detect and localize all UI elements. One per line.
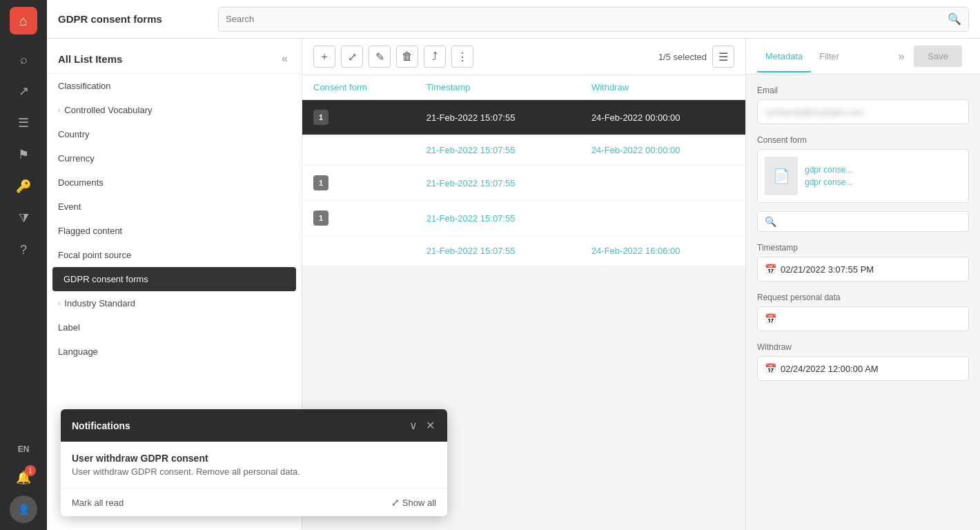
sidebar-item-country[interactable]: Country <box>47 122 302 146</box>
notifications-bell[interactable]: 🔔 1 <box>10 464 37 491</box>
col-timestamp: Timestamp <box>415 75 580 100</box>
search-input[interactable] <box>226 14 948 24</box>
tab-filter[interactable]: Filter <box>811 41 847 72</box>
cell-timestamp: 21-Feb-2022 15:07:55 <box>415 135 580 166</box>
route-nav-icon[interactable]: ⚑ <box>10 141 37 168</box>
expand-panel-icon[interactable]: » <box>895 48 907 66</box>
email-field-group: Email someone@example.com <box>757 86 969 124</box>
timestamp-input[interactable]: 📅 02/21/2022 3:07:55 PM <box>757 257 969 282</box>
sidebar-item-industry-standard[interactable]: › Industry Standard <box>47 291 302 315</box>
sidebar-label-flagged-content: Flagged content <box>58 226 122 236</box>
withdraw-input[interactable]: 📅 02/24/2022 12:00:00 AM <box>757 356 969 381</box>
sidebar-item-label[interactable]: Label <box>47 315 302 340</box>
cell-timestamp: 21-Feb-2022 15:07:55 <box>415 236 580 266</box>
metadata-tabs: Metadata Filter » Save <box>746 39 980 75</box>
list-options-button[interactable]: ☰ <box>712 46 734 68</box>
sidebar-item-gdpr-consent-forms[interactable]: GDPR consent forms <box>52 267 296 291</box>
sidebar-label-focal-point-source: Focal point source <box>58 250 131 260</box>
cell-timestamp: 21-Feb-2022 15:07:55 <box>415 166 580 201</box>
notification-footer: Mark all read ⤢ Show all <box>61 489 447 516</box>
search-nav-icon[interactable]: ⌕ <box>10 46 37 73</box>
calendar-icon-3: 📅 <box>765 363 776 374</box>
badge: 1 <box>313 110 329 125</box>
sidebar-item-currency[interactable]: Currency <box>47 146 302 170</box>
consent-doc-labels: gdpr conse... gdpr conse... <box>805 165 852 187</box>
table-row[interactable]: 1 21-Feb-2022 15:07:55 <box>302 166 745 201</box>
more-options-button[interactable]: ⋮ <box>451 46 473 68</box>
cell-withdraw: 24-Feb-2022 16:06:00 <box>580 236 745 266</box>
cell-withdraw <box>580 201 745 236</box>
sidebar-label-country: Country <box>58 129 90 139</box>
user-avatar[interactable]: 👤 <box>10 495 37 523</box>
edit-button[interactable]: ✎ <box>369 46 391 68</box>
metadata-content: Email someone@example.com Consent form 📄… <box>746 75 980 530</box>
withdraw-field-group: Withdraw 📅 02/24/2022 12:00:00 AM <box>757 342 969 381</box>
selected-count: 1/5 selected <box>658 52 707 62</box>
delete-button[interactable]: 🗑 <box>396 46 418 68</box>
email-label: Email <box>757 86 969 95</box>
mark-all-read-button[interactable]: Mark all read <box>72 498 124 508</box>
external-link-icon: ⤢ <box>391 497 400 508</box>
close-notification-button[interactable]: ✕ <box>424 418 436 433</box>
sidebar-label-language: Language <box>58 346 98 357</box>
cell-timestamp: 21-Feb-2022 15:07:55 <box>415 201 580 236</box>
email-input[interactable]: someone@example.com <box>757 99 969 124</box>
sidebar-item-event[interactable]: Event <box>47 195 302 219</box>
calendar-icon: 📅 <box>765 264 776 275</box>
sidebar-item-flagged-content[interactable]: Flagged content <box>47 219 302 243</box>
sidebar-label-event: Event <box>58 202 81 212</box>
list-nav-icon[interactable]: ☰ <box>10 109 37 137</box>
badge: 1 <box>313 210 329 226</box>
metadata-panel: Metadata Filter » Save Email someone@exa… <box>745 39 980 530</box>
show-all-button[interactable]: ⤢ Show all <box>391 497 436 508</box>
sidebar-header: All List Items « <box>47 39 302 74</box>
sidebar-item-classification[interactable]: Classification <box>47 74 302 98</box>
collapse-notification-button[interactable]: ∨ <box>408 418 419 433</box>
table-row[interactable]: 1 21-Feb-2022 15:07:55 <box>302 201 745 236</box>
calendar-icon-2: 📅 <box>765 313 776 324</box>
collapse-sidebar-button[interactable]: « <box>279 50 291 68</box>
language-selector[interactable]: EN <box>12 439 35 460</box>
document-icon: 📄 <box>765 157 798 195</box>
cell-withdraw: 24-Feb-2022 00:00:00 <box>580 135 745 166</box>
col-withdraw: Withdraw <box>580 75 745 100</box>
sidebar-item-controlled-vocabulary[interactable]: › Controlled Vocabulary <box>47 98 302 122</box>
export-button[interactable]: ⤴ <box>424 46 446 68</box>
show-all-label: Show all <box>402 498 436 508</box>
sliders-nav-icon[interactable]: ⧩ <box>10 204 37 232</box>
page-title: GDPR consent forms <box>58 13 210 25</box>
sidebar-label-controlled-vocabulary: Controlled Vocabulary <box>64 105 152 115</box>
share-nav-icon[interactable]: ↗ <box>10 77 37 105</box>
badge: 1 <box>313 175 329 190</box>
sidebar-item-documents[interactable]: Documents <box>47 170 302 195</box>
notification-body: User withdraw GDPR consent User withdraw… <box>61 442 447 489</box>
tab-metadata[interactable]: Metadata <box>757 41 811 72</box>
table-row[interactable]: 21-Feb-2022 15:07:55 24-Feb-2022 00:00:0… <box>302 135 745 166</box>
search-bar: 🔍 <box>218 7 969 32</box>
notification-item-text: User withdraw GDPR consent. Remove all p… <box>72 467 436 477</box>
timestamp-label: Timestamp <box>757 243 969 253</box>
save-button[interactable]: Save <box>914 46 962 67</box>
add-button[interactable]: ＋ <box>313 46 335 68</box>
sidebar-label-label: Label <box>58 322 80 333</box>
consent-form-box: 📄 gdpr conse... gdpr conse... <box>757 149 969 203</box>
table-row[interactable]: 21-Feb-2022 15:07:55 24-Feb-2022 16:06:0… <box>302 236 745 266</box>
help-nav-icon[interactable]: ? <box>10 236 37 264</box>
consent-search-input[interactable] <box>781 217 961 227</box>
cell-consent-form <box>302 135 415 166</box>
cell-consent-form <box>302 236 415 266</box>
cell-timestamp: 21-Feb-2022 15:07:55 <box>415 100 580 135</box>
cell-withdraw <box>580 166 745 201</box>
expand-button[interactable]: ⤢ <box>341 46 363 68</box>
cell-withdraw: 24-Feb-2022 00:00:00 <box>580 100 745 135</box>
request-input[interactable]: 📅 <box>757 306 969 331</box>
sidebar-item-language[interactable]: Language <box>47 340 302 364</box>
tool-nav-icon[interactable]: 🔑 <box>10 173 37 200</box>
table-row[interactable]: 1 21-Feb-2022 15:07:55 24-Feb-2022 00:00… <box>302 100 745 135</box>
timestamp-field-group: Timestamp 📅 02/21/2022 3:07:55 PM <box>757 243 969 282</box>
notification-title: Notifications <box>72 420 402 431</box>
notification-badge: 1 <box>25 465 36 476</box>
sidebar-item-focal-point-source[interactable]: Focal point source <box>47 243 302 267</box>
cell-consent-form: 1 <box>302 166 415 201</box>
app-logo[interactable]: ⌂ <box>10 7 37 35</box>
